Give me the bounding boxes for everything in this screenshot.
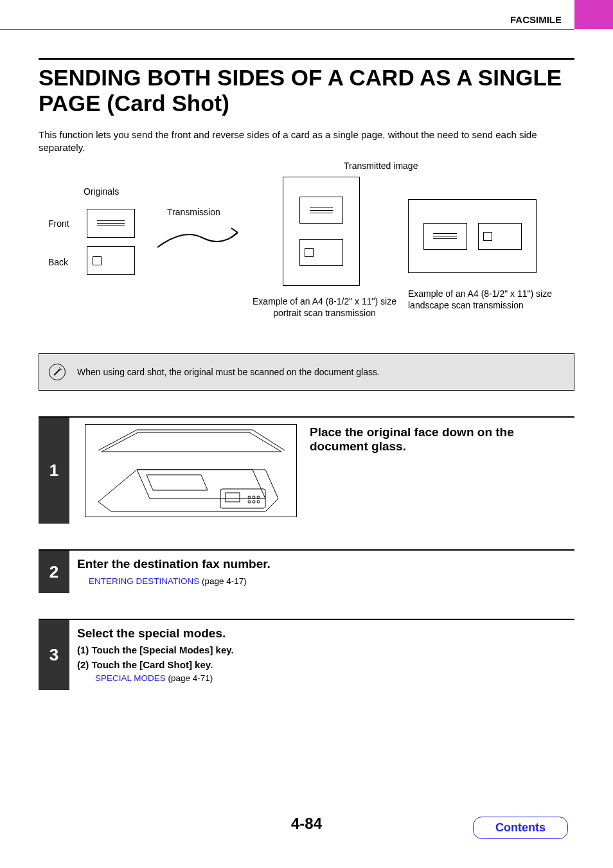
step-2-heading: Enter the destination fax number. (77, 557, 574, 571)
svg-rect-1 (226, 493, 240, 502)
magenta-tab (574, 0, 613, 29)
back-label: Back (48, 257, 68, 267)
step-1: 1 (39, 416, 574, 524)
svg-point-3 (253, 496, 255, 499)
note-icon (49, 364, 66, 380)
portrait-caption: Example of an A4 (8-1/2" x 11") size por… (251, 296, 398, 319)
svg-point-7 (257, 500, 260, 503)
step-1-heading: Place the original face down on the docu… (310, 425, 574, 454)
originals-label: Originals (84, 186, 119, 197)
note-box: When using card shot, the original must … (39, 353, 574, 391)
step-1-number: 1 (39, 418, 69, 524)
step-3-heading: Select the special modes. (77, 626, 574, 641)
transmission-arrow-icon (154, 225, 251, 251)
note-text: When using card shot, the original must … (77, 367, 380, 377)
svg-point-5 (248, 500, 251, 503)
diagram: Transmitted image Originals Front Back T… (39, 173, 574, 353)
step-3-ref: (page 4-71) (166, 673, 213, 683)
portrait-result (283, 177, 360, 286)
original-front-card (87, 209, 135, 238)
step-3-sub1: (1) Touch the [Special Modes] key. (77, 644, 574, 655)
section-label: FACSIMILE (510, 14, 562, 25)
special-modes-link[interactable]: SPECIAL MODES (95, 673, 166, 683)
svg-point-6 (253, 500, 255, 503)
step-2: 2 Enter the destination fax number. ENTE… (39, 549, 574, 593)
step-3-sub2: (2) Touch the [Card Shot] key. (77, 659, 574, 670)
transmitted-image-label: Transmitted image (344, 161, 418, 171)
entering-destinations-link[interactable]: ENTERING DESTINATIONS (89, 576, 199, 586)
top-rule (0, 29, 574, 30)
intro-text: This function lets you send the front an… (39, 128, 574, 155)
scanner-illustration (85, 424, 297, 517)
step-3-number: 3 (39, 620, 69, 690)
step-2-number: 2 (39, 551, 69, 593)
front-label: Front (48, 218, 69, 229)
svg-point-4 (257, 496, 260, 499)
landscape-caption: Example of an A4 (8-1/2" x 11") size lan… (408, 288, 556, 311)
landscape-result (408, 199, 537, 273)
contents-button[interactable]: Contents (473, 817, 568, 839)
title-rule (39, 58, 574, 60)
svg-point-2 (248, 496, 251, 499)
step-2-ref: (page 4-17) (199, 576, 247, 586)
page-title: SENDING BOTH SIDES OF A CARD AS A SINGLE… (39, 65, 574, 117)
original-back-card (87, 246, 135, 275)
transmission-label: Transmission (167, 207, 220, 217)
step-3: 3 Select the special modes. (1) Touch th… (39, 619, 574, 690)
